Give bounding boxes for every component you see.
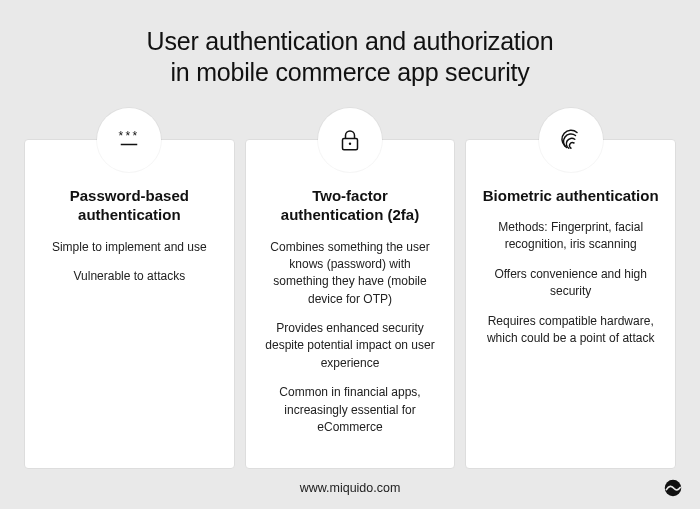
- card-point: Methods: Fingerprint, facial recognition…: [480, 219, 661, 254]
- card-password: *** Password-based authentication Simple…: [24, 139, 235, 470]
- card-point: Vulnerable to attacks: [39, 268, 220, 285]
- card-point: Common in financial apps, increasingly e…: [260, 384, 441, 436]
- fingerprint-icon: [539, 108, 603, 172]
- brand-logo-icon: [662, 477, 684, 499]
- title-line-2: in mobile commerce app security: [170, 58, 529, 86]
- card-point: Requires compatible hardware, which coul…: [480, 313, 661, 348]
- card-heading: Password-based authentication: [39, 186, 220, 225]
- card-2fa: Two-factor authentication (2fa) Combines…: [245, 139, 456, 470]
- card-biometric: Biometric authentication Methods: Finger…: [465, 139, 676, 470]
- card-heading: Biometric authentication: [480, 186, 661, 206]
- card-point: Provides enhanced security despite poten…: [260, 320, 441, 372]
- card-point: Combines something the user knows (passw…: [260, 239, 441, 309]
- svg-text:***: ***: [119, 129, 140, 143]
- lock-icon: [318, 108, 382, 172]
- card-point: Offers convenience and high security: [480, 266, 661, 301]
- password-icon: ***: [97, 108, 161, 172]
- card-point: Simple to implement and use: [39, 239, 220, 256]
- footer-url: www.miquido.com: [0, 481, 700, 495]
- title-line-1: User authentication and authorization: [147, 27, 554, 55]
- card-heading: Two-factor authentication (2fa): [260, 186, 441, 225]
- svg-point-3: [349, 142, 351, 144]
- page-title: User authentication and authorization in…: [0, 0, 700, 89]
- cards-row: *** Password-based authentication Simple…: [0, 89, 700, 470]
